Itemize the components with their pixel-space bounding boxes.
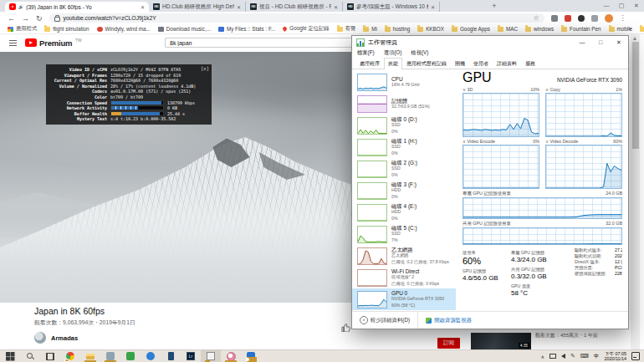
recommended-thumbnail[interactable]: 4:35: [471, 333, 531, 349]
tab-close-icon[interactable]: ✕: [334, 4, 338, 10]
bookmarks-overflow-icon[interactable]: »: [628, 25, 631, 33]
performance-sidebar-item[interactable]: 記憶體 32.7/63.9 GB (51%): [352, 93, 456, 115]
reload-icon[interactable]: ↻: [36, 14, 43, 23]
pen-icon[interactable]: ✎: [570, 353, 575, 359]
taskbar-app-icon[interactable]: Lr: [181, 350, 201, 362]
tm-tab[interactable]: 服務: [521, 58, 539, 69]
tab-close-icon[interactable]: ✕: [237, 4, 241, 10]
bookmark-item[interactable]: KKBOX: [417, 26, 444, 32]
performance-sidebar-item[interactable]: CPU 16% 4.79 GHz: [352, 71, 456, 93]
engine-name[interactable]: ∨ Copy: [545, 87, 560, 92]
browser-menu-icon[interactable]: ⋮: [620, 14, 626, 22]
bookmark-item[interactable]: flight simulation: [44, 26, 89, 32]
performance-sidebar-item[interactable]: 磁碟 1 (H:) SSD 0%: [352, 136, 456, 158]
bookmark-item[interactable]: 應用程式: [8, 25, 37, 33]
youtube-brand-text[interactable]: Premium: [39, 38, 72, 48]
bookmark-item[interactable]: Google 定位記錄: [283, 25, 329, 33]
bookmark-item[interactable]: 理財: [640, 25, 644, 33]
engine-name[interactable]: ∨ 3D: [463, 87, 473, 92]
menu-item[interactable]: 檔案(F): [357, 49, 375, 57]
bookmark-item[interactable]: Google Apps: [452, 26, 490, 32]
channel-avatar[interactable]: [34, 332, 46, 344]
scrollbar-up-icon[interactable]: [633, 37, 636, 40]
clock[interactable]: 下午 07:05 2020/11/14: [604, 351, 626, 362]
taskbar-app-icon[interactable]: [201, 350, 221, 362]
tab-close-icon[interactable]: ✕: [431, 4, 435, 10]
taskbar-app-icon[interactable]: [20, 350, 40, 362]
taskbar-app-icon[interactable]: [60, 350, 80, 362]
bookmark-item[interactable]: hosting: [385, 26, 410, 32]
tm-tab[interactable]: 開機: [451, 58, 469, 69]
tm-tab[interactable]: 使用者: [469, 58, 493, 69]
browser-tab[interactable]: 🔊 參考/採購主題 - Windows 10 相 ✕: [343, 2, 440, 12]
taskbar-app-icon[interactable]: [120, 350, 141, 362]
tray-expand-icon[interactable]: ∧: [541, 354, 544, 359]
menu-item[interactable]: 檢視(V): [411, 49, 428, 57]
performance-sidebar-item[interactable]: 磁碟 0 (D:) SSD 0%: [352, 115, 456, 136]
performance-sidebar-item[interactable]: 磁碟 4 (E:) HDD 0%: [352, 201, 456, 223]
browser-tab[interactable]: 🔊 (39) Japan in 8K 60fps - Yo ✕: [5, 2, 149, 12]
browser-close-icon[interactable]: ✕: [629, 0, 644, 11]
taskbar-app-icon[interactable]: [141, 350, 161, 362]
extension-icon[interactable]: [591, 15, 598, 22]
engine-name[interactable]: ∨ Video Encode: [463, 139, 495, 144]
taskbar-app-icon[interactable]: [80, 350, 100, 362]
tm-tab[interactable]: 處理程序: [355, 58, 384, 69]
youtube-logo-icon[interactable]: [25, 38, 37, 47]
scrollbar-thumb[interactable]: [632, 42, 639, 149]
search-input[interactable]: [165, 38, 365, 48]
performance-sidebar-item[interactable]: 磁碟 5 (C:) SSD 7%: [352, 223, 456, 245]
tm-tab[interactable]: 應用程式歷程記錄: [402, 58, 451, 69]
fewer-details-button[interactable]: ∧ 較少詳細資料(D): [352, 312, 417, 329]
keyboard-icon[interactable]: ⌨: [580, 353, 589, 359]
channel-name[interactable]: Armadas: [51, 334, 78, 342]
volume-icon[interactable]: [561, 354, 565, 359]
hamburger-menu-icon[interactable]: [9, 40, 17, 46]
bookmark-item[interactable]: 有聲: [337, 25, 356, 33]
tm-maximize-icon[interactable]: □: [591, 36, 610, 48]
extension-icon[interactable]: [551, 15, 558, 22]
browser-tab[interactable]: 🔊 HD.Club 精研視務所 High Defi ✕: [149, 2, 246, 12]
new-tab-button[interactable]: +: [488, 1, 500, 11]
performance-sidebar-item[interactable]: 磁碟 2 (G:) SSD 0%: [352, 158, 456, 180]
performance-sidebar-item[interactable]: GPU 0 NVIDIA GeForce RTX 3090 60% (58 °C…: [352, 288, 456, 310]
open-resource-monitor-link[interactable]: 開啟資源監視器: [417, 312, 472, 329]
taskbar-app-icon[interactable]: [40, 350, 60, 362]
performance-sidebar-item[interactable]: Wi-Fi Direct 區域連線* 2 已傳送: 0 已接收: 0 Kbps: [352, 267, 456, 288]
tm-close-icon[interactable]: ✕: [610, 36, 628, 48]
menu-item[interactable]: 選項(O): [384, 49, 402, 57]
taskbar-app-icon[interactable]: [100, 350, 120, 362]
extension-icon[interactable]: [578, 15, 585, 22]
stats-close-icon[interactable]: [x]: [201, 66, 209, 72]
adblock-icon[interactable]: [565, 15, 571, 22]
like-button[interactable]: [341, 320, 351, 329]
task-manager-titlebar[interactable]: 工作管理員 — □ ✕: [352, 36, 628, 48]
browser-tab[interactable]: 🔊 視音 - HD.Club 精研視務所 - Po ✕: [246, 2, 343, 12]
taskbar-app-icon[interactable]: [161, 350, 181, 362]
browser-minimize-icon[interactable]: —: [599, 0, 614, 11]
profile-avatar[interactable]: [605, 14, 613, 23]
ime-indicator[interactable]: 中: [594, 353, 600, 360]
taskbar-app-icon[interactable]: [241, 350, 261, 362]
taskbar-app-icon[interactable]: [221, 350, 241, 362]
tm-tab[interactable]: 詳細資料: [493, 58, 521, 69]
performance-sidebar-item[interactable]: 乙太網路 乙太網路 已傳送: 0.2 已接收: 37.8 Kbps: [352, 245, 456, 267]
bookmark-item[interactable]: Mi: [363, 26, 377, 32]
bookmark-item[interactable]: Fountain Pen: [561, 26, 601, 32]
bookmark-item[interactable]: windows: [525, 26, 554, 32]
back-icon[interactable]: ←: [8, 14, 15, 23]
tm-minimize-icon[interactable]: —: [573, 36, 591, 48]
engine-name[interactable]: ∨ Video Decode: [545, 139, 578, 144]
browser-maximize-icon[interactable]: ▢: [614, 0, 629, 11]
tm-tab[interactable]: 效能: [384, 58, 402, 69]
network-icon[interactable]: [549, 354, 556, 359]
tab-close-icon[interactable]: ✕: [141, 4, 145, 10]
bookmark-item[interactable]: MAC: [498, 26, 518, 32]
performance-sidebar-item[interactable]: 磁碟 3 (F:) HDD 0%: [352, 180, 456, 201]
page-scrollbar[interactable]: [631, 34, 640, 349]
url-text[interactable]: youtube.com/watch?v=zCLOJ9j1k2Y: [64, 15, 156, 21]
bookmark-item[interactable]: Windyty, wind ma...: [97, 26, 151, 32]
taskbar-app-icon[interactable]: [0, 350, 20, 362]
address-bar[interactable]: youtube.com/watch?v=zCLOJ9j1k2Y ☆: [49, 13, 544, 23]
notification-center-icon[interactable]: [631, 352, 640, 360]
